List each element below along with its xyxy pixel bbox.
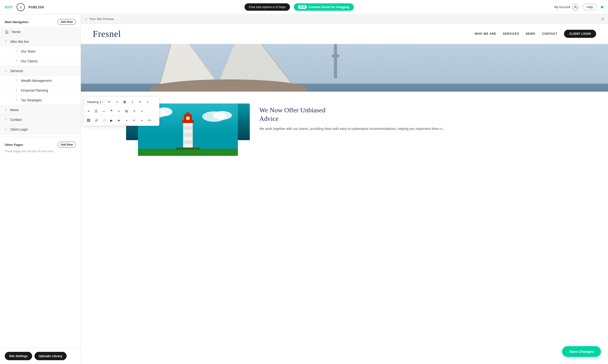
uploads-library-button[interactable]: Uploads Library <box>35 352 67 360</box>
chevron-down-icon: ▾ <box>102 101 103 103</box>
svg-point-26 <box>186 116 190 120</box>
drag-handle-icon: ⠿ <box>15 79 18 82</box>
sidebar-item-home[interactable]: 🏠 Home <box>0 27 81 37</box>
site-nav: WHO WE ARE SERVICES NEWS CONTACT CLIENT … <box>475 30 596 38</box>
plus-dropdown-button[interactable]: ▾ <box>138 117 145 124</box>
add-new-nav-button[interactable]: Add New <box>58 19 76 25</box>
drag-handle-icon: ⠿ <box>5 118 7 121</box>
pen-dropdown-button[interactable]: ▾ <box>114 99 121 105</box>
client-login-button[interactable]: CLIENT LOGIN <box>564 30 596 38</box>
toolbar-separator-2 <box>85 116 158 116</box>
content-assist-badge[interactable]: NEW Content Assist for blogging <box>294 3 354 11</box>
toolbar-row-3: 🖼 🔗 📄 ▶ ➤ ▾ + ▾ </> <box>85 117 158 124</box>
arrow-dropdown-button[interactable]: ▾ <box>123 117 130 124</box>
add-new-pages-button[interactable]: Add New <box>58 142 76 147</box>
my-account-button[interactable]: My Account <box>554 4 579 11</box>
drag-handle-icon: ⠿ <box>5 128 7 131</box>
preview-area: ⤢ Your Site Preview ⊡ Fresnel WHO WE ARE… <box>81 14 608 364</box>
toolbar-row-1: Heading 1 ▾ ✏ ▾ B I ≡ ▾ <box>85 98 158 106</box>
new-tag: NEW <box>298 5 307 9</box>
share-button[interactable]: ↗ <box>130 108 138 115</box>
hero-image: › <box>81 44 608 91</box>
arrow-button[interactable]: ➤ <box>115 117 122 124</box>
other-pages-section: Other Pages Add New These pages are not … <box>0 137 81 156</box>
home-icon: 🏠 <box>5 30 9 34</box>
site-logo-icon: t <box>17 3 25 11</box>
site-settings-button[interactable]: Site Settings <box>5 352 32 360</box>
link-button[interactable]: 🔗 <box>92 117 100 124</box>
drag-handle-icon: ⠿ <box>5 69 7 73</box>
share-dropdown-button[interactable]: ▾ <box>138 108 145 115</box>
publish-button[interactable]: PUBLISH <box>28 5 44 9</box>
ordered-list-button[interactable]: ≡ <box>85 108 92 115</box>
align-button[interactable]: ≡ <box>136 99 143 105</box>
sidebar-item-client-login[interactable]: ⠿ Client Login <box>0 125 81 134</box>
other-pages-title: Other Pages Add New <box>5 142 76 149</box>
video-button[interactable]: ▶ <box>108 117 115 124</box>
site-frame: Fresnel WHO WE ARE SERVICES NEWS CONTACT… <box>81 24 608 364</box>
edit-button[interactable]: EDIT <box>5 5 13 9</box>
sidebar: Main Navigation Add New 🏠 Home ⠿ Who We … <box>0 14 81 364</box>
file-button[interactable]: 📄 <box>100 117 107 124</box>
sidebar-item-news[interactable]: ⠿ News <box>0 105 81 115</box>
italic-button[interactable]: I <box>129 99 136 105</box>
unordered-list-button[interactable]: ☰ <box>92 108 100 115</box>
two-col: We Now Offer Unbiased Advice We work tog… <box>93 104 596 156</box>
svg-rect-22 <box>183 140 193 144</box>
align-dropdown-button[interactable]: ▾ <box>144 99 151 105</box>
site-logo: Fresnel <box>93 28 121 39</box>
quote-dropdown-button[interactable]: ▾ <box>115 108 122 115</box>
content-assist-label: Content Assist for blogging <box>309 5 349 9</box>
nav-item-services[interactable]: SERVICES <box>503 32 519 36</box>
toolbar-row-2: ≡ ☰ — ❝ ▾ ⊞ ↗ ▾ <box>85 107 158 115</box>
sidebar-item-who-we-are[interactable]: ⠿ Who We Are <box>0 37 81 47</box>
drag-handle-icon: ⠿ <box>5 40 7 43</box>
table-button[interactable]: ⊞ <box>123 108 130 115</box>
drag-handle-icon: ⠿ <box>15 99 18 102</box>
text-toolbar: Heading 1 ▾ ✏ ▾ B I ≡ ▾ ≡ ☰ — <box>83 96 159 126</box>
expand-icon: ⤢ <box>85 17 88 21</box>
pen-icon-button[interactable]: ✏ <box>106 99 113 105</box>
site-header: Fresnel WHO WE ARE SERVICES NEWS CONTACT… <box>81 24 608 44</box>
resize-icon[interactable]: ⊡ <box>601 17 604 21</box>
toolbar-separator-1 <box>85 106 158 107</box>
svg-rect-21 <box>183 133 193 137</box>
trial-badge[interactable]: Free trial expires in 8 Days <box>245 3 290 11</box>
quote-button[interactable]: ❝ <box>108 108 115 115</box>
sidebar-item-services[interactable]: ⠿ Services <box>0 66 81 76</box>
sidebar-item-financial-planning[interactable]: ⠿ Financial Planning <box>0 86 81 95</box>
main-nav-title: Main Navigation Add New <box>0 14 81 27</box>
drag-handle-icon: ⠿ <box>5 108 7 112</box>
svg-rect-20 <box>183 126 193 130</box>
bold-button[interactable]: B <box>121 99 128 105</box>
sidebar-item-wealth-management[interactable]: ⠿ Wealth Management <box>0 76 81 86</box>
other-pages-description: These pages are not part of your main... <box>5 149 76 154</box>
svg-marker-5 <box>334 44 337 47</box>
svg-rect-4 <box>334 47 337 78</box>
save-changes-button[interactable]: Save Changes <box>562 346 601 357</box>
plus-button[interactable]: + <box>130 117 138 124</box>
sidebar-item-contact[interactable]: ⠿ Contact <box>0 115 81 125</box>
nav-item-who-we-are[interactable]: WHO WE ARE <box>475 32 496 36</box>
help-button[interactable]: Help <box>582 4 597 10</box>
preview-label: Your Site Preview <box>90 17 114 21</box>
content-area: Heading Heading 1 ▾ ✏ ▾ B I ≡ ▾ <box>81 91 608 165</box>
account-icon <box>572 4 579 11</box>
nav-item-news[interactable]: NEWS <box>526 32 535 36</box>
heading-select[interactable]: Heading 1 ▾ <box>85 99 105 105</box>
content-body-text: We work together with our clients, provi… <box>259 126 596 131</box>
sidebar-item-our-team[interactable]: ⠿ Our Team <box>0 47 81 56</box>
divider-button[interactable]: — <box>100 108 107 115</box>
drag-handle-icon: ⠿ <box>15 89 18 92</box>
nav-item-contact[interactable]: CONTACT <box>542 32 557 36</box>
right-col: We Now Offer Unbiased Advice We work tog… <box>259 104 596 156</box>
bottom-buttons: Site Settings Uploads Library <box>0 348 81 364</box>
sidebar-item-tax-strategies[interactable]: ⠿ Tax Strategies <box>0 95 81 105</box>
svg-point-18 <box>213 111 232 120</box>
sidebar-item-our-clients[interactable]: ⠿ Our Clients <box>0 56 81 66</box>
notification-dot <box>601 6 603 8</box>
svg-rect-28 <box>176 147 200 150</box>
main-layout: Main Navigation Add New 🏠 Home ⠿ Who We … <box>0 14 608 364</box>
image-button[interactable]: 🖼 <box>85 117 92 124</box>
code-button[interactable]: </> <box>146 117 153 124</box>
